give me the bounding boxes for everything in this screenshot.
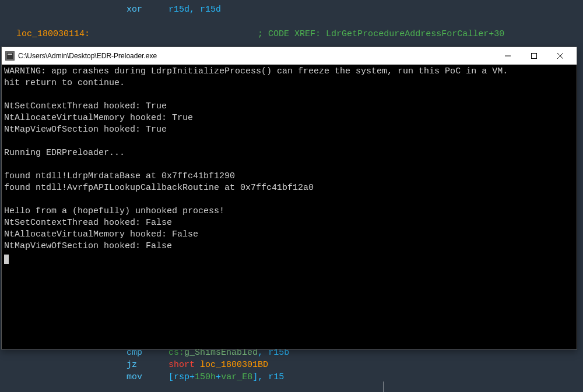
console-window[interactable]: C:\Users\Admin\Desktop\EDR-Preloader.exe… — [1, 47, 577, 349]
terminal-line: NtSetContextThread hooked: True — [4, 101, 574, 112]
terminal-cursor — [4, 255, 9, 264]
svg-rect-1 — [8, 54, 12, 55]
terminal-line: NtAllocateVirtualMemory hooked: True — [4, 112, 574, 124]
terminal-output[interactable]: WARNING: app crashes during LdrpInitiali… — [2, 65, 577, 349]
minimize-button[interactable] — [494, 48, 521, 64]
terminal-line: Hello from a (hopefully) unhooked proces… — [4, 206, 574, 217]
terminal-line: WARNING: app crashes during LdrpInitiali… — [4, 66, 574, 77]
svg-rect-0 — [6, 52, 13, 59]
terminal-line: NtSetContextThread hooked: False — [4, 217, 574, 229]
terminal-line: hit return to continue. — [4, 77, 574, 89]
window-titlebar[interactable]: C:\Users\Admin\Desktop\EDR-Preloader.exe — [2, 47, 577, 65]
close-button[interactable] — [547, 48, 573, 64]
disasm-line — [6, 16, 577, 28]
maximize-button[interactable] — [521, 48, 547, 64]
terminal-line: found ntdll!LdrpMrdataBase at 0x7ffc41bf… — [4, 171, 574, 182]
window-app-icon — [5, 51, 15, 61]
window-controls — [494, 48, 573, 64]
terminal-line — [4, 159, 574, 171]
terminal-line — [4, 194, 574, 206]
disasm-line: xor r15d, r15d — [6, 3, 577, 16]
svg-rect-3 — [531, 53, 536, 58]
terminal-line: NtMapViewOfSection hooked: True — [4, 124, 574, 136]
terminal-line: NtAllocateVirtualMemory hooked: False — [4, 229, 574, 241]
disasm-label: loc_180030114: ; CODE XREF: LdrGetProced… — [6, 28, 577, 40]
terminal-line — [4, 136, 574, 147]
text-caret — [384, 382, 384, 392]
disasm-line: jz short loc_1800301BD — [6, 359, 577, 371]
terminal-line: found ntdll!AvrfpAPILookupCallbackRoutin… — [4, 182, 574, 194]
terminal-line: Running EDRPreloader... — [4, 147, 574, 159]
terminal-line — [4, 89, 574, 101]
disasm-line: mov [rsp+150h+var_E8], r15 — [6, 371, 577, 383]
window-title: C:\Users\Admin\Desktop\EDR-Preloader.exe — [18, 52, 494, 60]
terminal-line: NtMapViewOfSection hooked: False — [4, 241, 574, 252]
